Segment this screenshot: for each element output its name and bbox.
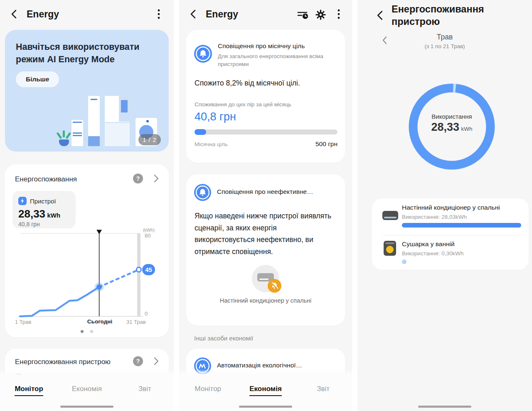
y-tick-max: 80: [145, 232, 150, 239]
panel-energy-savings: Energy: [179, 0, 352, 411]
chevron-right-icon: [153, 174, 159, 183]
chip-kwh-unit: kWh: [47, 212, 61, 219]
device-usage-bar: [402, 259, 406, 264]
list-divider: [382, 235, 518, 235]
energy-consumption-card[interactable]: Енергоспоживання ? Пристрої 28,33 kWh 40…: [5, 164, 169, 337]
more-menu-button[interactable]: [155, 8, 163, 20]
x-tick-start: 1 Трав: [15, 319, 31, 325]
fridge-illustration: [105, 96, 130, 146]
y-axis-unit: (kWh): [143, 228, 155, 232]
inefficiency-alert-card[interactable]: Сповіщення про неефективне… Якщо наведен…: [186, 174, 345, 325]
inefficiency-body-text: Якщо наведені нижче пристрої виявлять сц…: [195, 210, 333, 257]
period-month: Трав: [357, 33, 532, 42]
screenshot-canvas: Energy Навчіться використовувати режим A…: [0, 0, 532, 411]
wall-ac-icon: [382, 211, 398, 220]
x-tick-end: 31 Трав: [126, 319, 146, 325]
settings-button[interactable]: [315, 9, 326, 20]
chip-cost: 40,8 грн: [18, 221, 40, 228]
page-title: Energy: [27, 9, 59, 20]
inefficiency-card-title: Сповіщення про неефективне…: [217, 188, 313, 196]
line-chart-svg: 45: [6, 229, 159, 325]
donut-usage-value: 28,33: [431, 121, 459, 133]
banner-page-indicator: 1 / 2: [138, 134, 161, 145]
monthly-goal-card[interactable]: Сповіщення про місячну ціль Для загально…: [186, 30, 345, 163]
usage-so-far-label: Споживання до цих пір за цей місяць: [195, 101, 291, 108]
banner-title: Навчіться використовувати режим AI Energ…: [16, 41, 153, 66]
back-button[interactable]: [188, 9, 197, 19]
device-name: Настінний кондиціонер у спальні: [402, 204, 500, 211]
panel-energy-monitor: Energy Навчіться використовувати режим A…: [0, 0, 174, 411]
ai-energy-mode-banner[interactable]: Навчіться використовувати режим AI Energ…: [5, 30, 169, 152]
bell-icon: [194, 45, 212, 63]
chip-label: Пристрої: [30, 198, 56, 205]
donut-usage-unit: kWh: [461, 126, 473, 132]
goal-label: Місячна ціль: [195, 141, 228, 147]
back-chevron-icon: [189, 9, 197, 19]
y-tick-min: 0: [145, 311, 148, 317]
donut-center-label: Використання 28,33 kWh: [404, 113, 500, 134]
goal-value: 500 грн: [315, 140, 337, 148]
back-button[interactable]: [9, 9, 18, 19]
goal-progress-track: [195, 130, 337, 135]
open-detail-button[interactable]: [151, 356, 161, 366]
tall-ac-illustration: [88, 96, 100, 146]
history-button[interactable]: [297, 9, 308, 20]
tab-report[interactable]: Звіт: [294, 375, 352, 411]
page-title: Енергоспоживання пристрою: [392, 3, 495, 28]
device-usage-list-card: Настінний кондиціонер у спальні Використ…: [372, 198, 529, 270]
card-title: Енергоспоживання пристрою: [15, 358, 111, 366]
goal-card-title: Сповіщення про місячну ціль: [218, 42, 305, 50]
x-tick-today: Сьогодні: [86, 318, 113, 325]
more-menu-button[interactable]: [335, 8, 343, 20]
page-dot-inactive[interactable]: [90, 330, 93, 333]
plant-illustration: [59, 139, 69, 146]
donut-usage-label: Використання: [404, 113, 500, 120]
gesture-handle[interactable]: [418, 406, 471, 408]
usage-so-far-value: 40,8 грн: [195, 110, 236, 123]
air-purifier-illustration: [71, 120, 83, 146]
svg-text:45: 45: [145, 266, 152, 273]
card-title: Енергоспоживання: [15, 175, 77, 183]
history-icon: [297, 10, 308, 20]
inefficiency-device-name: Настінний кондиціонер у спальні: [186, 297, 345, 304]
chip-kwh-value: 28,33: [18, 208, 45, 220]
tabbar-fade: [179, 369, 352, 375]
tab-monitor[interactable]: Монітор: [0, 375, 58, 411]
device-name: Сушарка у ванній: [402, 240, 455, 248]
goal-card-subtitle: Для загального енергоспоживання всіма пр…: [218, 52, 337, 68]
lightning-icon: [18, 197, 27, 205]
kebab-icon: [158, 9, 160, 20]
banner-more-button[interactable]: Більше: [16, 71, 59, 87]
period-range: (з 1 по 21 Трав): [357, 43, 532, 49]
dryer-icon: [384, 241, 396, 256]
device-usage: Використання: 0,30kWh: [402, 250, 463, 257]
page-title: Energy: [206, 9, 238, 20]
gear-icon: [315, 10, 326, 20]
back-button[interactable]: [375, 10, 384, 21]
help-icon[interactable]: ?: [133, 356, 143, 366]
notification-muted-icon: [268, 279, 281, 293]
chevron-right-icon: [153, 356, 159, 366]
monthly-usage-line-chart[interactable]: 45 (kWh) 80 0 1 Трав Сьогодні 31 Трав: [6, 229, 169, 333]
card-page-dots[interactable]: [5, 327, 169, 335]
open-detail-button[interactable]: [151, 174, 161, 183]
gesture-handle[interactable]: [60, 406, 113, 408]
device-usage: Використання: 28,03kWh: [402, 214, 467, 220]
gesture-handle[interactable]: [239, 406, 292, 408]
devices-usage-chip[interactable]: Пристрої 28,33 kWh 40,8 грн: [12, 191, 76, 228]
kebab-icon: [337, 9, 340, 20]
device-usage-bar: [402, 223, 521, 228]
other-savings-section-header: Інші засоби економії: [194, 335, 253, 342]
help-icon[interactable]: ?: [133, 174, 143, 183]
automation-card-title: Автоматизація екологічної…: [217, 362, 302, 369]
tab-monitor[interactable]: Монітор: [179, 375, 237, 411]
tabbar-fade: [0, 369, 174, 375]
tab-report[interactable]: Звіт: [116, 375, 174, 411]
goal-status-text: Спожито 8,2% від місячної цілі.: [195, 79, 300, 88]
back-chevron-icon: [376, 10, 384, 21]
back-chevron-icon: [10, 9, 17, 19]
goal-progress-fill: [195, 129, 206, 135]
panel-device-energy: Енергоспоживання пристрою Трав (з 1 по 2…: [357, 0, 532, 411]
bell-icon: [194, 184, 211, 201]
page-dot-active[interactable]: [81, 330, 84, 333]
